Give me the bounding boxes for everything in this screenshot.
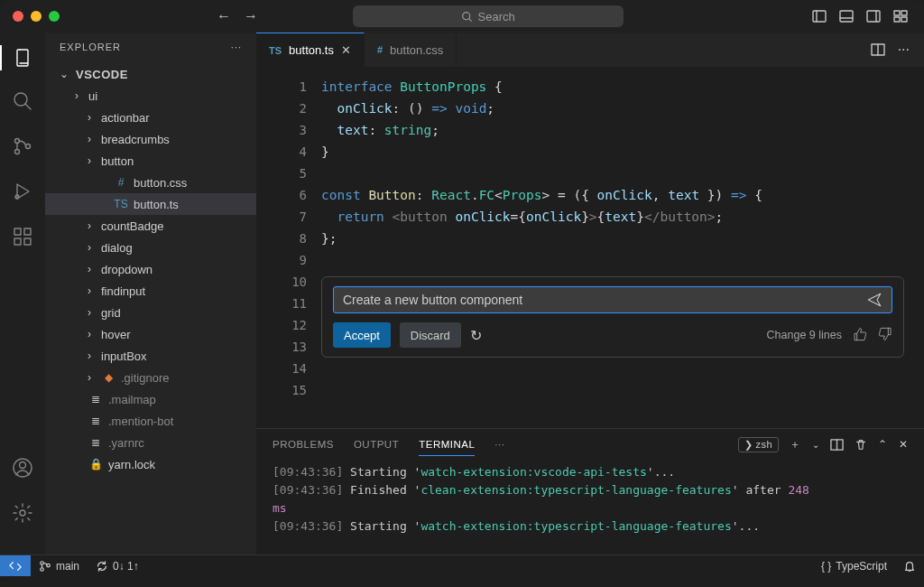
tree-item[interactable]: TSbutton.ts — [45, 193, 256, 215]
tree-root[interactable]: ⌄ VSCODE — [45, 63, 256, 85]
activity-search[interactable] — [12, 90, 33, 116]
panel-tab[interactable]: OUTPUT — [354, 439, 399, 450]
file-icon: 🔒 — [88, 458, 103, 471]
editor-tab[interactable]: #button.css — [365, 33, 457, 67]
tree-label: button.ts — [134, 198, 179, 211]
accept-button[interactable]: Accept — [333, 322, 391, 348]
split-terminal-icon[interactable] — [830, 438, 844, 452]
tree-label: button — [101, 154, 134, 168]
panel-tab[interactable]: PROBLEMS — [273, 439, 334, 450]
file-icon: ≣ — [88, 436, 103, 449]
file-icon: TS — [114, 198, 128, 210]
git-sync[interactable]: 0↓ 1↑ — [88, 560, 147, 573]
activity-settings[interactable] — [12, 502, 33, 527]
notifications-icon[interactable] — [895, 560, 924, 573]
inline-chat-panel: Create a new button component Accept Dis… — [321, 276, 904, 358]
customize-layout-icon[interactable] — [893, 9, 908, 23]
chevron-icon: › — [83, 284, 96, 297]
close-panel-icon[interactable]: ✕ — [899, 438, 909, 451]
svg-rect-14 — [14, 238, 21, 245]
nav-forward[interactable]: → — [244, 8, 258, 24]
chevron-icon: › — [83, 111, 96, 124]
git-branch[interactable]: main — [31, 560, 88, 573]
send-icon[interactable] — [866, 292, 882, 308]
tree-label: hover — [101, 328, 131, 341]
activity-explorer[interactable] — [0, 45, 45, 70]
editor-more-icon[interactable]: ··· — [898, 42, 910, 58]
tree-item[interactable]: ›findinput — [45, 280, 256, 302]
file-type-icon: # — [377, 44, 383, 55]
language-mode[interactable]: { }TypeScript — [813, 560, 895, 573]
thumbs-up-icon[interactable] — [853, 327, 867, 344]
toggle-panel-icon[interactable] — [839, 9, 854, 23]
chevron-icon: › — [83, 328, 96, 340]
file-icon: ≣ — [88, 415, 103, 427]
panel-tab[interactable]: TERMINAL — [419, 439, 475, 456]
file-icon: ◆ — [101, 371, 116, 384]
thumbs-down-icon[interactable] — [878, 327, 892, 344]
tree-item[interactable]: ›dialog — [45, 237, 256, 258]
tree-item[interactable]: ≣.mailmap — [45, 388, 256, 410]
toggle-primary-sidebar-icon[interactable] — [812, 9, 827, 23]
tree-item[interactable]: ›hover — [45, 323, 256, 345]
rerun-icon[interactable]: ↻ — [470, 327, 482, 344]
tree-label: countBadge — [101, 219, 163, 233]
close-tab-icon[interactable]: ✕ — [341, 43, 351, 57]
chevron-icon: › — [70, 89, 83, 102]
terminal-output[interactable]: [09:43:36] Starting 'watch-extension:vsc… — [256, 460, 924, 554]
tree-item[interactable]: ›breadcrumbs — [45, 128, 256, 150]
minimize-window[interactable] — [31, 11, 42, 22]
tree-label: inputBox — [101, 349, 147, 363]
tree-label: .gitignore — [121, 371, 169, 385]
command-center-search[interactable]: Search — [353, 5, 624, 27]
svg-rect-2 — [840, 11, 853, 22]
tree-label: .mailmap — [108, 393, 156, 406]
tree-label: grid — [101, 306, 121, 320]
tree-item[interactable]: ›button — [45, 150, 256, 172]
inline-chat-input[interactable]: Create a new button component — [333, 286, 892, 313]
svg-rect-4 — [894, 11, 900, 15]
svg-point-0 — [462, 12, 469, 19]
activity-run-debug[interactable] — [12, 181, 33, 206]
new-terminal-icon[interactable]: ＋ — [790, 438, 801, 452]
editor-tab[interactable]: TSbutton.ts✕ — [256, 33, 365, 67]
status-bar: main 0↓ 1↑ { }TypeScript — [0, 554, 924, 576]
explorer-title: EXPLORER — [60, 42, 121, 52]
chevron-icon: › — [83, 371, 96, 384]
line-numbers: 123456789101112131415 — [256, 76, 307, 401]
tree-item[interactable]: ›actionbar — [45, 107, 256, 128]
svg-rect-5 — [901, 11, 907, 15]
tree-item[interactable]: ›ui — [45, 85, 256, 107]
tree-item[interactable]: ≣.yarnrc — [45, 432, 256, 453]
nav-back[interactable]: ← — [217, 8, 231, 24]
toggle-secondary-sidebar-icon[interactable] — [866, 9, 881, 23]
window-controls — [0, 11, 72, 22]
split-editor-icon[interactable] — [871, 42, 885, 57]
tree-item[interactable]: ≣.mention-bot — [45, 410, 256, 432]
maximize-window[interactable] — [49, 11, 60, 22]
terminal-shell-label[interactable]: ❯ zsh — [738, 437, 779, 452]
tree-item[interactable]: ›◆.gitignore — [45, 367, 256, 388]
tree-item[interactable]: #button.css — [45, 172, 256, 193]
tree-item[interactable]: ›dropdown — [45, 258, 256, 280]
close-window[interactable] — [13, 11, 23, 22]
tree-item[interactable]: ›inputBox — [45, 345, 256, 367]
file-icon: # — [114, 176, 128, 189]
panel-more-icon[interactable]: ··· — [494, 439, 504, 450]
tree-item[interactable]: 🔒yarn.lock — [45, 453, 256, 475]
explorer-more-icon[interactable]: ··· — [231, 42, 242, 52]
explorer-sidebar: EXPLORER ··· ⌄ VSCODE ›ui›actionbar›brea… — [45, 33, 256, 554]
activity-extensions[interactable] — [12, 226, 33, 251]
maximize-panel-icon[interactable]: ⌃ — [878, 438, 888, 451]
terminal-dropdown-icon[interactable]: ⌄ — [812, 440, 820, 450]
tree-label: dialog — [101, 241, 133, 255]
tree-item[interactable]: ›grid — [45, 302, 256, 323]
tree-item[interactable]: ›countBadge — [45, 215, 256, 237]
discard-button[interactable]: Discard — [400, 322, 461, 348]
remote-indicator[interactable] — [0, 555, 31, 576]
chevron-icon: › — [83, 241, 96, 254]
kill-terminal-icon[interactable] — [855, 438, 867, 451]
activity-source-control[interactable] — [12, 135, 33, 161]
activity-accounts[interactable] — [12, 457, 33, 482]
svg-rect-6 — [894, 17, 900, 22]
